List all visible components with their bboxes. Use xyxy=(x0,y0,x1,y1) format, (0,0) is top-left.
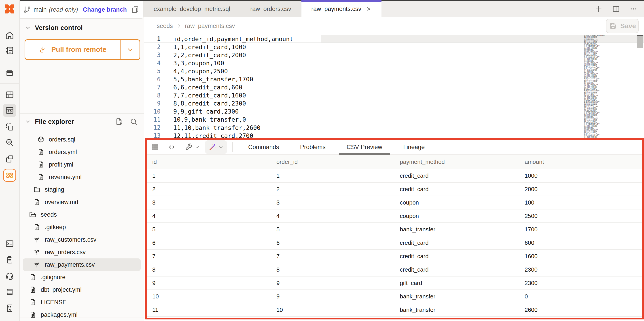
panel-tab-commands[interactable]: Commands xyxy=(240,140,287,155)
chevron-down-icon[interactable] xyxy=(24,24,31,31)
file-item-seeds[interactable]: seeds xyxy=(20,208,144,221)
chevron-down-icon[interactable] xyxy=(24,118,31,125)
editor-line-1[interactable]: 1id,order_id,payment_method,amount xyxy=(144,35,644,43)
file-item-profit.yml[interactable]: profit.yml xyxy=(20,158,144,171)
cell-amount: 600 xyxy=(524,240,642,246)
chevron-down-icon xyxy=(126,46,134,54)
editor-tab-raw_orders.csv[interactable]: raw_orders.csv xyxy=(240,1,302,17)
line-number: 8 xyxy=(144,92,160,99)
new-file-icon[interactable] xyxy=(115,117,123,126)
search-insights-icon[interactable] xyxy=(3,136,16,149)
editor-line-4[interactable]: 43,3,coupon,100 xyxy=(144,59,644,67)
dashboard-icon[interactable] xyxy=(3,88,16,101)
editor-tab-raw_payments.csv[interactable]: raw_payments.csv xyxy=(302,1,382,17)
file-item-.gitkeep[interactable]: .gitkeep xyxy=(20,221,144,233)
activity-bar xyxy=(0,0,20,321)
journal-icon[interactable] xyxy=(3,44,16,57)
line-number: 6 xyxy=(144,76,160,83)
panel-tab-lineage[interactable]: Lineage xyxy=(396,140,432,155)
editor-line-9[interactable]: 98,8,credit_card,2300 xyxy=(144,100,644,108)
code-editor[interactable]: 1id,order_id,payment_method,amount21,1,c… xyxy=(144,35,644,138)
more-options-icon[interactable] xyxy=(629,5,638,13)
branch-name: main xyxy=(34,6,47,13)
file-item-raw_payments.csv[interactable]: raw_payments.csv xyxy=(23,258,141,271)
column-header-payment_method: payment_method xyxy=(400,158,524,166)
cell-payment_method: credit_card xyxy=(400,172,524,179)
cell-payment_method: credit_card xyxy=(400,266,524,273)
editor-line-6[interactable]: 65,5,bank_transfer,1700 xyxy=(144,75,644,83)
panel-tab-problems[interactable]: Problems xyxy=(292,140,333,155)
editor-tab-example_develop_metric.sql[interactable]: example_develop_metric.sql xyxy=(144,1,240,17)
cell-id: 5 xyxy=(152,226,276,233)
clipboard-icon[interactable] xyxy=(3,253,16,266)
file-item-.gitignore[interactable]: .gitignore xyxy=(20,271,144,284)
home-icon[interactable] xyxy=(3,29,16,42)
editor-minimap[interactable]: id,order_id,payment_method,amount1,1,cre… xyxy=(584,35,605,138)
file-item-overview.md[interactable]: overview.md xyxy=(20,196,144,208)
save-label: Save xyxy=(620,22,636,30)
close-icon[interactable] xyxy=(366,6,372,12)
code-window-icon[interactable] xyxy=(3,104,16,117)
tab-label: example_develop_metric.sql xyxy=(154,6,230,12)
file-item-packages.yml[interactable]: packages.yml xyxy=(20,308,144,321)
seedling-icon xyxy=(33,261,41,268)
cell-amount: 1700 xyxy=(524,226,642,233)
cell-id: 11 xyxy=(152,306,276,314)
editor-line-7[interactable]: 76,6,credit_card,600 xyxy=(144,84,644,92)
file-item-LICENSE[interactable]: LICENSE xyxy=(20,296,144,308)
file-item-staging[interactable]: staging xyxy=(20,183,144,196)
panel-tab-csv-preview[interactable]: CSV Preview xyxy=(339,140,390,155)
windows-icon[interactable] xyxy=(3,152,16,166)
table-row: 88credit_card2300 xyxy=(147,263,642,276)
new-tab-plus-icon[interactable] xyxy=(594,5,603,13)
split-editor-icon[interactable] xyxy=(612,5,620,13)
wrench-icon[interactable] xyxy=(184,143,193,151)
building-icon[interactable] xyxy=(3,302,16,315)
table-view-icon[interactable] xyxy=(150,143,159,151)
breadcrumb-bar: seeds raw_payments.csv Save xyxy=(144,17,644,35)
doc-icon xyxy=(37,161,45,168)
line-number: 13 xyxy=(144,132,160,138)
cell-id: 2 xyxy=(152,186,276,193)
magic-wand-menu[interactable] xyxy=(205,140,227,154)
line-text: 8,8,credit_card,2300 xyxy=(173,100,246,107)
editor-line-10[interactable]: 109,9,gift_card,2300 xyxy=(144,108,644,116)
terminal-icon[interactable] xyxy=(3,237,16,250)
cell-amount: 2600 xyxy=(524,306,642,314)
file-item-revenue.yml[interactable]: revenue.yml xyxy=(20,171,144,183)
editor-line-5[interactable]: 54,4,coupon,2500 xyxy=(144,67,644,75)
app-window: main (read-only) Change branch Version c… xyxy=(0,0,644,321)
file-item-dbt_project.yml[interactable]: dbt_project.yml xyxy=(20,284,144,296)
headset-icon[interactable] xyxy=(3,269,16,282)
file-item-orders.sql[interactable]: orders.sql xyxy=(20,133,144,146)
editor-line-3[interactable]: 32,2,credit_card,2000 xyxy=(144,51,644,59)
file-item-raw_orders.csv[interactable]: raw_orders.csv xyxy=(20,246,144,258)
editor-scrollbar-thumb[interactable] xyxy=(637,35,643,48)
editor-line-13[interactable]: 1312,11,credit_card,2700 xyxy=(144,132,644,138)
tab-label: raw_orders.csv xyxy=(250,6,291,12)
panel-tab-label: Lineage xyxy=(403,144,425,151)
atom-icon[interactable] xyxy=(3,169,16,182)
frame-select-icon[interactable] xyxy=(3,120,16,134)
copy-icon[interactable] xyxy=(131,5,139,14)
pull-from-remote-button[interactable]: Pull from remote xyxy=(24,39,140,60)
chevron-down-icon[interactable] xyxy=(194,144,200,150)
breadcrumb-file: raw_payments.csv xyxy=(185,22,235,30)
save-button[interactable]: Save xyxy=(606,19,639,33)
editor-line-8[interactable]: 87,7,credit_card,1600 xyxy=(144,92,644,100)
editor-line-12[interactable]: 1211,10,bank_transfer,2600 xyxy=(144,124,644,132)
table-row: 22credit_card2000 xyxy=(147,183,642,196)
code-view-icon[interactable] xyxy=(168,143,176,151)
file-item-orders.yml[interactable]: orders.yml xyxy=(20,146,144,158)
pull-from-remote-main[interactable]: Pull from remote xyxy=(25,40,120,59)
editor-lines: 1id,order_id,payment_method,amount21,1,c… xyxy=(144,35,644,138)
search-icon[interactable] xyxy=(130,117,138,126)
archive-icon[interactable] xyxy=(3,66,16,79)
seedling-icon xyxy=(33,236,41,244)
pull-options-dropdown[interactable] xyxy=(120,40,140,59)
editor-line-2[interactable]: 21,1,credit_card,1000 xyxy=(144,43,644,51)
editor-line-11[interactable]: 1110,9,bank_transfer,0 xyxy=(144,116,644,124)
file-item-raw_customers.csv[interactable]: raw_customers.csv xyxy=(20,233,144,246)
change-branch-link[interactable]: Change branch xyxy=(83,6,127,13)
book-icon[interactable] xyxy=(3,286,16,298)
